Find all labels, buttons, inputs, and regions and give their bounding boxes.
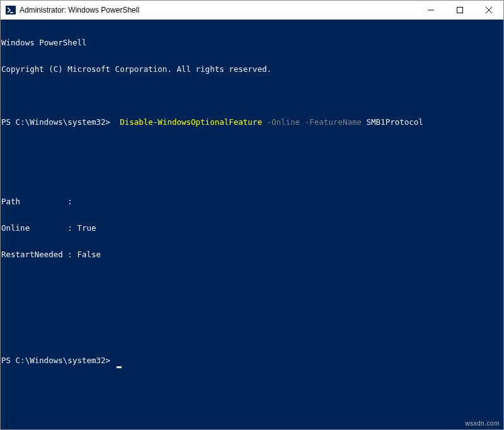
blank-line [1,171,503,180]
blank-line [1,144,503,153]
param-featurename: -FeatureName [305,117,362,127]
maximize-button[interactable] [445,1,474,20]
param-online: -Online [266,117,300,127]
powershell-window: Administrator: Windows PowerShell Window… [0,0,504,430]
powershell-icon [6,5,16,15]
cmdlet: Disable-WindowsOptionalFeature [120,117,262,127]
header-line: Windows PowerShell [1,38,503,47]
blank-line [1,330,503,339]
cursor [117,366,122,368]
prompt: PS C:\Windows\system32> [1,356,110,365]
arg-value: SMB1Protocol [367,117,423,127]
window-title: Administrator: Windows PowerShell [20,6,416,15]
close-button[interactable] [474,1,503,20]
blank-line [1,303,503,312]
prompt-line: PS C:\Windows\system32> [1,356,503,368]
svg-rect-3 [457,8,463,13]
window-controls [416,1,503,20]
output-online: Online : True [1,224,503,233]
terminal-area[interactable]: Windows PowerShell Copyright (C) Microso… [1,20,503,429]
output-restart: RestartNeeded : False [1,250,503,259]
titlebar[interactable]: Administrator: Windows PowerShell [1,1,503,20]
output-path: Path : [1,197,503,206]
copyright-line: Copyright (C) Microsoft Corporation. All… [1,65,503,74]
minimize-button[interactable] [416,1,445,20]
blank-line [1,91,503,100]
prompt: PS C:\Windows\system32> [1,117,110,127]
blank-line [1,277,503,286]
command-line: PS C:\Windows\system32> Disable-WindowsO… [1,118,503,127]
watermark: wsxdn.com [465,419,500,428]
